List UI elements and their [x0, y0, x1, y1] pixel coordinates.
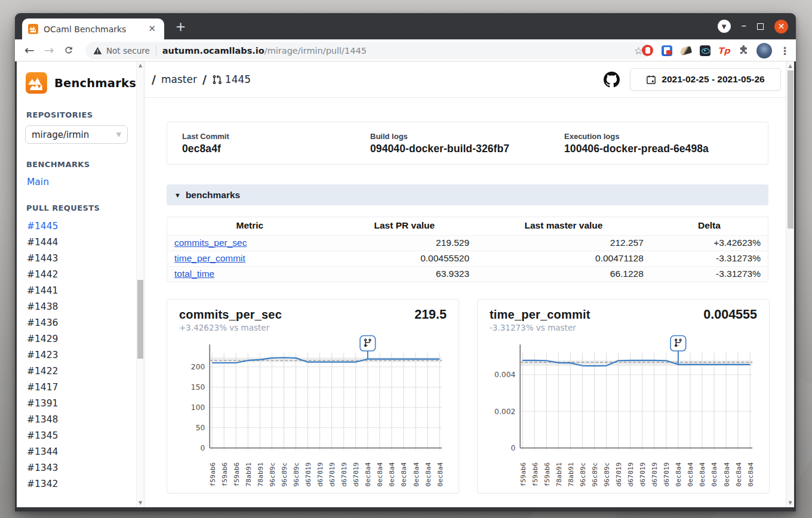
sidebar-item-pr[interactable]: #1443 [17, 250, 136, 266]
tab-title: OCaml Benchmarks [44, 24, 146, 34]
breadcrumb-pr-number: 1445 [225, 73, 251, 85]
tab-search-icon[interactable]: ▼ [718, 20, 731, 33]
metric-link[interactable]: time_per_commit [174, 253, 245, 263]
svg-text:0: 0 [200, 444, 205, 452]
close-button[interactable]: ✕ [774, 20, 788, 33]
svg-text:f59ab6: f59ab6 [232, 462, 241, 486]
sidebar-item-pr[interactable]: #1423 [17, 347, 136, 363]
sidebar-item-pr[interactable]: #1348 [17, 411, 136, 427]
extensions-puzzle-icon[interactable] [737, 45, 749, 56]
scroll-down-icon[interactable]: ▼ [137, 500, 144, 507]
sidebar-item-pr[interactable]: #1444 [17, 234, 136, 250]
svg-text:0: 0 [510, 444, 515, 452]
date-range-picker[interactable]: 2021-02-25 - 2021-05-26 [630, 68, 781, 91]
not-secure-warning-icon[interactable] [93, 47, 102, 55]
tab-close-icon[interactable]: ✕ [146, 23, 158, 35]
svg-text:200: 200 [191, 363, 205, 371]
sidebar-item-main[interactable]: Main [27, 177, 136, 187]
app-brand[interactable]: Benchmarks [17, 61, 136, 94]
charts-row: commits_per_sec 219.5 +3.42623% vs maste… [167, 299, 768, 494]
sidebar-scrollbar-thumb[interactable] [137, 280, 143, 359]
repositories-heading: REPOSITORIES [26, 110, 136, 119]
chart-subtitle: -3.31273% vs master [490, 323, 757, 332]
breadcrumb-branch[interactable]: master [161, 73, 197, 85]
master-value-cell: 0.00471128 [476, 251, 651, 267]
page-scrollbar-thumb[interactable] [788, 70, 793, 229]
scroll-up-icon[interactable]: ▲ [786, 62, 794, 70]
line-chart: 050100150200f59ab6f59ab6f59ab678ab9178ab… [179, 335, 447, 488]
svg-text:78ab91: 78ab91 [244, 462, 253, 486]
sidebar-item-pr[interactable]: #1441 [17, 282, 136, 298]
metric-link[interactable]: commits_per_sec [174, 238, 247, 248]
summary-card: Last Commit 0ec8a4f Build logs 094040-do… [167, 122, 768, 165]
security-label[interactable]: Not secure [106, 46, 150, 56]
svg-text:0ec8a4: 0ec8a4 [424, 462, 432, 486]
sidebar-scrollbar[interactable]: ▲ ▼ [136, 61, 144, 507]
privacy-extension-icon[interactable] [662, 45, 672, 56]
browser-tab[interactable]: OCaml Benchmarks ✕ [22, 18, 164, 39]
svg-text:96c89c: 96c89c [590, 462, 599, 487]
sidebar-item-pr[interactable]: #1438 [17, 298, 136, 314]
tp-extension-icon[interactable]: Tp [718, 45, 730, 56]
svg-text:50: 50 [196, 424, 205, 432]
chart-current-value: 0.004555 [703, 307, 757, 322]
svg-text:d67019: d67019 [316, 462, 324, 486]
browser-menu-icon[interactable]: ⋮ [780, 45, 790, 57]
url-text[interactable]: autumn.ocamllabs.io/mirage/irmin/pull/14… [162, 46, 367, 56]
sidebar-item-pr[interactable]: #1442 [17, 266, 136, 282]
svg-text:78ab91: 78ab91 [256, 462, 264, 486]
last-commit-block: Last Commit 0ec8a4f [182, 132, 370, 155]
sidebar-item-pr[interactable]: #1345 [17, 427, 136, 443]
benchmarks-section-title: benchmarks [186, 190, 240, 201]
table-column-header: Last master value [476, 217, 651, 236]
react-devtools-extension-icon[interactable] [700, 45, 710, 56]
sidebar-item-pr[interactable]: #1436 [17, 314, 136, 331]
back-button[interactable]: ← [24, 44, 35, 56]
svg-text:0ec8a4: 0ec8a4 [674, 462, 682, 486]
svg-text:0ec8a4: 0ec8a4 [686, 462, 694, 486]
line-chart: 00.0020.004f59ab6f59ab6f59ab678ab9178ab9… [490, 335, 757, 488]
page-scrollbar[interactable]: ▲ ▼ [786, 61, 794, 507]
minimize-button[interactable]: – [742, 22, 747, 28]
sneaker-extension-icon[interactable] [679, 45, 692, 56]
benchmarks-collapse-header[interactable]: ▼ benchmarks [167, 184, 768, 205]
build-logs-value: 094040-docker-build-326fb7 [370, 143, 564, 155]
github-link-icon[interactable] [604, 72, 620, 88]
browser-toolbar: ← → Not secure autumn.ocamllabs.io/mirag… [15, 39, 796, 61]
sidebar-item-pr[interactable]: #1445 [17, 218, 136, 234]
sidebar-item-pr[interactable]: #1429 [17, 331, 136, 347]
new-tab-button[interactable]: + [173, 18, 189, 35]
chart-title: commits_per_sec [179, 308, 282, 322]
svg-text:78ab91: 78ab91 [555, 462, 563, 486]
ocaml-favicon-icon [28, 24, 38, 34]
table-column-header: Delta [651, 217, 768, 236]
forward-button[interactable]: → [44, 44, 54, 56]
url-bar[interactable]: Not secure autumn.ocamllabs.io/mirage/ir… [85, 42, 651, 59]
master-value-cell: 212.257 [476, 236, 651, 251]
reload-button[interactable] [63, 45, 74, 56]
omnibox-divider [156, 45, 156, 56]
repository-select[interactable]: mirage/irmin ▼ [25, 125, 128, 144]
last-commit-value: 0ec8a4f [182, 143, 370, 155]
browser-window: OCaml Benchmarks ✕ + ▼ – ✕ ← → Not secur… [15, 13, 796, 511]
adblocker-extension-icon[interactable] [642, 45, 653, 56]
date-range-value: 2021-02-25 - 2021-05-26 [662, 74, 764, 85]
maximize-button[interactable] [757, 23, 764, 30]
sidebar-item-pr[interactable]: #1417 [17, 379, 136, 395]
sidebar-item-pr[interactable]: #1344 [17, 443, 136, 460]
table-row: total_time63.932366.1228-3.31273% [167, 267, 768, 282]
metric-link[interactable]: total_time [174, 269, 214, 279]
svg-text:96c89c: 96c89c [268, 462, 276, 487]
sidebar-item-pr[interactable]: #1343 [17, 460, 136, 476]
build-logs-block: Build logs 094040-docker-build-326fb7 [370, 132, 564, 155]
delta-cell: -3.31273% [651, 251, 768, 267]
pull-request-icon [212, 75, 222, 85]
scroll-up-icon[interactable]: ▲ [137, 62, 144, 69]
chart-subtitle: +3.42623% vs master [179, 323, 447, 332]
sidebar-item-pr[interactable]: #1422 [17, 363, 136, 379]
sidebar-item-pr[interactable]: #1342 [17, 476, 136, 492]
scroll-down-icon[interactable]: ▼ [786, 499, 794, 507]
profile-avatar[interactable] [756, 43, 772, 58]
sidebar-item-pr[interactable]: #1391 [17, 395, 136, 411]
app-title: Benchmarks [54, 76, 136, 90]
